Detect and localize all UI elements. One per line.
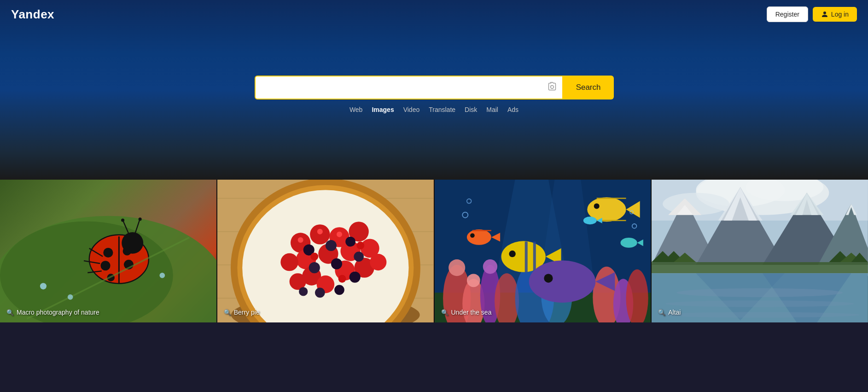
- svg-point-22: [159, 273, 165, 278]
- svg-point-60: [310, 253, 318, 261]
- nav-link-mail[interactable]: Mail: [486, 106, 498, 113]
- svg-point-54: [331, 258, 342, 269]
- grid-item-berry[interactable]: 🔍 Berry pie: [217, 180, 435, 322]
- user-icon: [821, 11, 828, 18]
- caption-search-icon-berry: 🔍: [224, 309, 231, 316]
- caption-text-berry: Berry pie: [234, 309, 260, 316]
- grid-item-sea[interactable]: 🔍 Under the sea: [435, 180, 652, 322]
- grid-item-altai[interactable]: 🔍 Altai: [652, 180, 868, 322]
- svg-point-56: [349, 272, 360, 283]
- svg-point-81: [594, 203, 599, 209]
- svg-point-52: [345, 237, 355, 247]
- svg-point-58: [334, 285, 344, 295]
- svg-point-61: [356, 242, 364, 250]
- svg-point-74: [449, 259, 465, 276]
- grid-item-macro[interactable]: 🔍 Macro photography of nature: [0, 180, 217, 322]
- svg-point-39: [280, 253, 298, 271]
- nav-link-translate[interactable]: Translate: [429, 106, 455, 113]
- svg-point-9: [100, 261, 110, 270]
- svg-point-55: [354, 252, 364, 262]
- svg-point-96: [620, 238, 637, 248]
- caption-text-macro: Macro photography of nature: [17, 309, 99, 316]
- nav-link-images[interactable]: Images: [372, 106, 394, 113]
- grid-caption-sea: 🔍 Under the sea: [441, 309, 492, 316]
- svg-point-75: [466, 274, 480, 287]
- caption-text-sea: Under the sea: [451, 309, 492, 316]
- svg-point-49: [337, 232, 342, 237]
- svg-point-59: [299, 287, 308, 296]
- caption-search-icon-sea: 🔍: [441, 309, 449, 316]
- svg-point-0: [550, 85, 553, 88]
- search-button[interactable]: Search: [563, 76, 614, 99]
- svg-point-94: [470, 233, 475, 238]
- svg-point-51: [326, 240, 337, 251]
- grid-caption-macro: 🔍 Macro photography of nature: [6, 309, 99, 316]
- nav-link-ads[interactable]: Ads: [507, 106, 518, 113]
- caption-search-icon-macro: 🔍: [6, 309, 14, 316]
- svg-point-133: [660, 312, 860, 317]
- svg-point-86: [509, 251, 515, 257]
- login-button[interactable]: Log in: [813, 7, 857, 22]
- svg-point-47: [297, 237, 303, 243]
- register-button[interactable]: Register: [767, 6, 808, 22]
- svg-rect-121: [652, 262, 868, 273]
- camera-icon[interactable]: [548, 82, 557, 94]
- svg-point-132: [665, 300, 854, 307]
- nav-link-video[interactable]: Video: [403, 106, 420, 113]
- svg-point-91: [544, 274, 553, 282]
- grid-caption-berry: 🔍 Berry pie: [224, 309, 260, 316]
- search-input[interactable]: [261, 83, 544, 92]
- login-label: Log in: [831, 11, 849, 18]
- nav-links: Web Images Video Translate Disk Mail Ads: [350, 106, 518, 113]
- svg-point-18: [139, 217, 142, 221]
- svg-point-21: [68, 294, 73, 300]
- image-grid: 🔍 Macro photography of nature: [0, 180, 868, 322]
- svg-point-48: [317, 229, 323, 234]
- svg-point-62: [338, 275, 346, 283]
- caption-text-altai: Altai: [668, 309, 681, 316]
- caption-search-icon-altai: 🔍: [658, 309, 665, 316]
- svg-point-89: [529, 260, 595, 303]
- svg-point-8: [123, 247, 132, 256]
- svg-point-57: [315, 287, 325, 298]
- header-buttons: Register Log in: [767, 6, 857, 22]
- svg-point-131: [676, 288, 843, 297]
- header: Yandex Register Log in: [0, 0, 868, 29]
- logo: Yandex: [11, 7, 54, 22]
- nav-link-disk[interactable]: Disk: [465, 106, 477, 113]
- svg-point-76: [483, 259, 497, 274]
- search-container: Search: [255, 76, 614, 99]
- search-input-wrapper: [255, 76, 563, 99]
- svg-point-7: [103, 248, 113, 257]
- svg-point-98: [583, 216, 596, 224]
- svg-point-92: [466, 229, 491, 245]
- nav-link-web[interactable]: Web: [350, 106, 363, 113]
- grid-caption-altai: 🔍 Altai: [658, 309, 681, 316]
- svg-point-17: [121, 219, 124, 222]
- svg-point-53: [309, 262, 320, 273]
- svg-point-46: [370, 254, 386, 270]
- svg-point-20: [40, 283, 47, 289]
